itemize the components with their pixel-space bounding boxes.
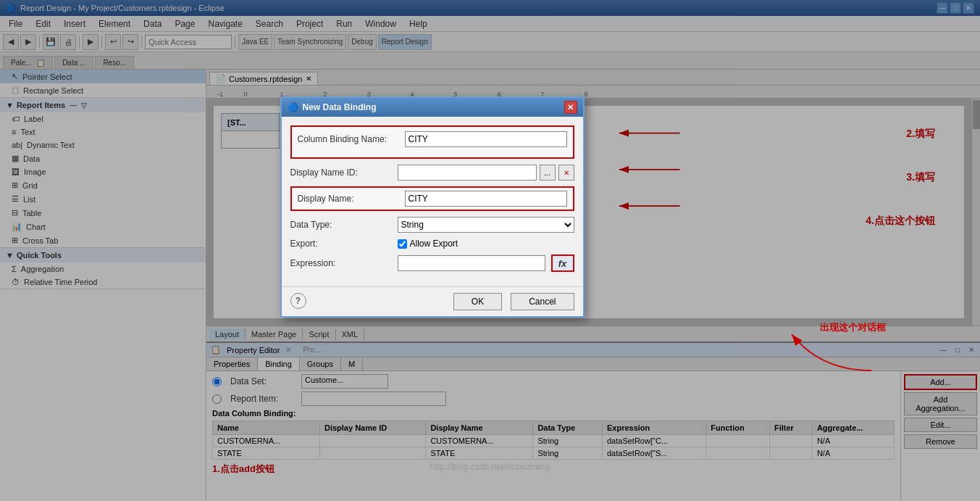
dialog-close-button[interactable]: ✕ [564, 101, 577, 114]
column-binding-input[interactable] [405, 131, 567, 147]
expression-input[interactable] [398, 255, 545, 271]
data-type-field: Data Type: String Integer Float Decimal … [290, 217, 574, 233]
export-field: Export: Allow Export [290, 239, 574, 249]
column-binding-section: Column Binding Name: [290, 125, 574, 159]
data-type-select[interactable]: String Integer Float Decimal Boolean Dat… [398, 217, 574, 233]
display-name-field: Display Name: [298, 191, 567, 207]
expression-label: Expression: [290, 258, 392, 268]
dialog-titlebar: 🔵 New Data Binding ✕ [282, 98, 583, 117]
expression-button[interactable]: fx [551, 254, 574, 272]
display-name-label: Display Name: [298, 194, 399, 204]
dialog-footer: ? OK Cancel [282, 286, 583, 316]
display-name-id-field: Display Name ID: ... ✕ [290, 165, 574, 181]
display-name-id-label: Display Name ID: [290, 167, 392, 178]
export-label: Export: [290, 239, 392, 249]
column-binding-field: Column Binding Name: [298, 131, 567, 147]
export-checkbox-label: Allow Export [410, 239, 458, 249]
dialog-content: Column Binding Name: Display Name ID: ..… [282, 117, 583, 286]
dialog-title-left: 🔵 New Data Binding [288, 102, 377, 112]
cancel-button[interactable]: Cancel [511, 293, 574, 310]
dialog-title: New Data Binding [303, 102, 377, 112]
display-name-id-input[interactable] [398, 165, 537, 181]
display-name-section: Display Name: [290, 186, 574, 211]
ok-button[interactable]: OK [453, 293, 502, 310]
display-name-id-clear[interactable]: ✕ [558, 165, 574, 181]
help-button[interactable]: ? [290, 293, 306, 309]
export-checkbox[interactable] [398, 239, 407, 249]
dialog-note-text: 出现这个对话框 [820, 321, 886, 334]
dialog-icon: 🔵 [288, 102, 298, 112]
export-checkbox-row: Allow Export [398, 239, 458, 249]
display-name-id-browse[interactable]: ... [540, 165, 556, 181]
new-data-binding-dialog: 🔵 New Data Binding ✕ Column Binding Name… [280, 96, 585, 318]
column-binding-label: Column Binding Name: [298, 134, 399, 144]
display-name-input[interactable] [405, 191, 567, 207]
dialog-overlay: 🔵 New Data Binding ✕ Column Binding Name… [0, 0, 980, 501]
expression-field: Expression: fx [290, 254, 574, 272]
data-type-label: Data Type: [290, 220, 392, 230]
